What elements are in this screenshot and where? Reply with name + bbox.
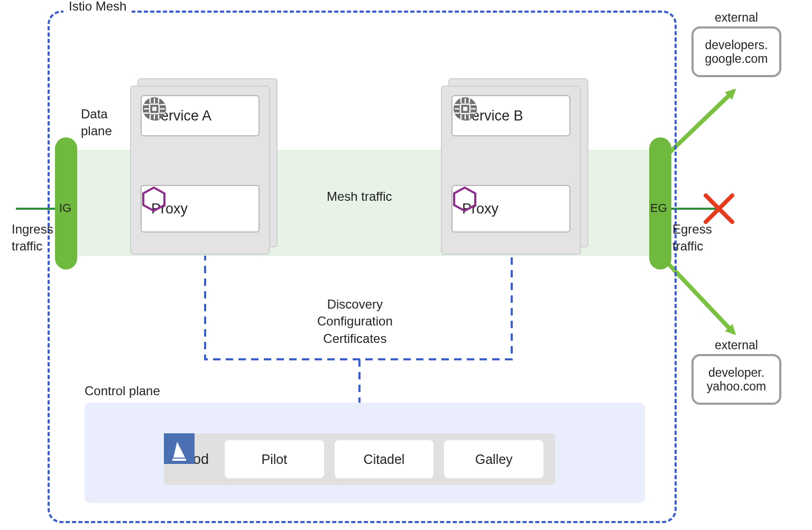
func-configuration: Configuration: [317, 313, 393, 330]
external-label-1: external: [715, 11, 758, 25]
control-funcs: Discovery Configuration Certificates: [317, 296, 393, 347]
data-plane-label: Data plane: [81, 106, 112, 140]
svg-rect-47: [172, 459, 186, 461]
svg-marker-28: [143, 188, 164, 211]
mesh-title: Istio Mesh: [63, 0, 132, 14]
svg-rect-31: [463, 107, 467, 111]
pilot-pill: Pilot: [225, 440, 324, 478]
citadel-pill: Citadel: [335, 440, 434, 478]
mesh-traffic-label: Mesh traffic: [327, 189, 392, 204]
external-endpoint-2: developer. yahoo.com: [691, 354, 781, 405]
service-b-box: Service B: [451, 95, 570, 136]
external-label-2: external: [715, 338, 758, 352]
hexagon-icon: [142, 186, 166, 212]
hexagon-icon: [453, 186, 477, 212]
ingress-traffic-label: Ingress traffic: [12, 221, 53, 255]
chip-icon: [142, 96, 167, 122]
proxy-a-box: Proxy: [141, 185, 260, 233]
egress-traffic-label: Egress traffic: [672, 221, 712, 255]
egress-gateway-label: EG: [650, 201, 667, 215]
control-plane-label: Control plane: [85, 384, 160, 398]
proxy-b-box: Proxy: [451, 185, 570, 233]
svg-marker-44: [454, 188, 475, 211]
service-a-box: Service A: [141, 95, 260, 136]
chip-icon: [453, 96, 478, 122]
ingress-gateway-label: IG: [59, 201, 71, 215]
external-endpoint-1-text: developers. google.com: [696, 38, 777, 66]
galley-pill: Galley: [444, 440, 543, 478]
istio-logo-icon: [164, 433, 195, 464]
svg-rect-15: [152, 107, 156, 111]
func-discovery: Discovery: [327, 296, 383, 313]
svg-line-9: [668, 91, 734, 154]
svg-line-10: [668, 263, 734, 333]
external-endpoint-1: developers. google.com: [691, 26, 781, 77]
func-certificates: Certificates: [323, 330, 386, 347]
external-endpoint-2-text: developer. yahoo.com: [696, 366, 777, 394]
istiod-box: istiod Pilot Citadel Galley: [164, 433, 555, 485]
